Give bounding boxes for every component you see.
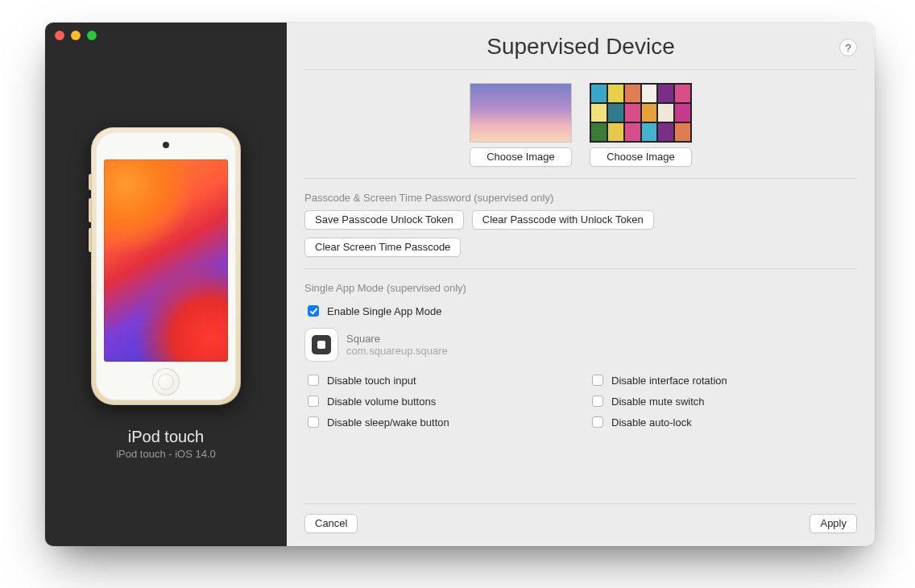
device-sidebar: iPod touch iPod touch - iOS 14.0 [45,23,287,546]
option-disable_touch[interactable]: Disable touch input [304,372,573,388]
wallpaper-row: Choose Image Choose Image [304,83,857,167]
window-traffic-lights [55,31,97,40]
option-disable_volume-checkbox[interactable] [308,395,319,407]
help-button[interactable]: ? [839,39,857,56]
option-disable_touch-label: Disable touch input [327,375,416,387]
window-zoom-button[interactable] [87,31,97,40]
save-passcode-token-button[interactable]: Save Passcode Unlock Token [304,210,464,230]
passcode-section-label: Passcode & Screen Time Password (supervi… [304,192,857,204]
option-disable_rotation-label: Disable interface rotation [611,375,727,387]
choose-image-left-button[interactable]: Choose Image [470,147,572,167]
enable-single-app-mode-label: Enable Single App Mode [327,305,441,317]
wallpaper-preview-left [470,83,572,143]
single-app-options-grid: Disable touch inputDisable interface rot… [304,370,857,433]
wallpaper-homescreen: Choose Image [590,83,692,167]
square-logo-icon [312,335,331,354]
choose-image-right-button[interactable]: Choose Image [590,147,692,167]
clear-passcode-with-token-button[interactable]: Clear Passcode with Unlock Token [472,210,654,230]
app-name-label: Square [346,333,448,345]
option-disable_volume[interactable]: Disable volume buttons [304,393,573,409]
option-disable_volume-label: Disable volume buttons [327,395,436,408]
wallpaper-lockscreen: Choose Image [470,83,572,167]
apply-button[interactable]: Apply [809,514,857,533]
option-disable_mute-label: Disable mute switch [611,395,705,408]
option-disable_rotation-checkbox[interactable] [592,375,603,386]
wallpaper-preview-right [590,83,692,143]
option-disable_mute-checkbox[interactable] [592,395,603,407]
option-disable_autolock[interactable]: Disable auto-lock [589,414,857,430]
option-disable_autolock-checkbox[interactable] [592,416,603,428]
footer-bar: Cancel Apply [304,503,857,533]
app-meta: Square com.squareup.square [346,333,448,357]
option-disable_mute[interactable]: Disable mute switch [589,393,857,409]
page-title: Supervised Device [486,34,674,60]
option-disable_sleepwake[interactable]: Disable sleep/wake button [304,414,573,430]
enable-single-app-mode-row[interactable]: Enable Single App Mode [304,303,857,319]
window: iPod touch iPod touch - iOS 14.0 Supervi… [45,23,875,546]
main-pane: Supervised Device ? Choose Image Choose … [287,23,875,546]
window-minimize-button[interactable] [71,31,81,40]
device-detail: iPod touch - iOS 14.0 [116,448,216,460]
option-disable_rotation[interactable]: Disable interface rotation [589,372,857,388]
window-close-button[interactable] [55,31,64,40]
option-disable_sleepwake-checkbox[interactable] [308,416,319,428]
option-disable_autolock-label: Disable auto-lock [611,416,692,429]
enable-single-app-mode-checkbox[interactable] [308,305,319,317]
app-bundle-label: com.squareup.square [346,345,448,357]
single-app-picker[interactable]: Square com.squareup.square [304,328,857,362]
single-app-section-label: Single App Mode (supervised only) [304,282,857,294]
option-disable_touch-checkbox[interactable] [308,375,319,386]
device-name: iPod touch [128,428,205,446]
option-disable_sleepwake-label: Disable sleep/wake button [327,416,449,429]
clear-screen-time-passcode-button[interactable]: Clear Screen Time Passcode [304,238,461,257]
device-illustration [91,127,241,405]
app-icon [304,328,338,362]
cancel-button[interactable]: Cancel [304,514,358,533]
